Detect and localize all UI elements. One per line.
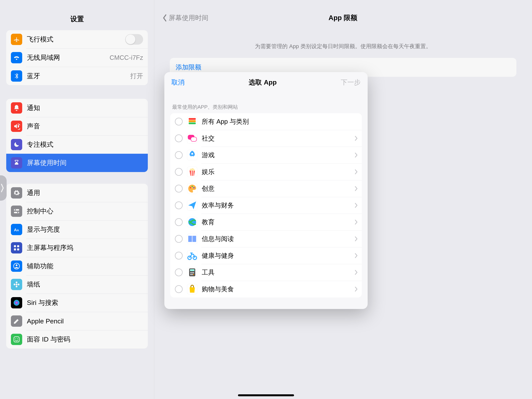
svg-point-42 — [192, 272, 193, 273]
next-button[interactable]: 下一步 — [341, 78, 361, 87]
chevron-right-icon — [355, 236, 358, 242]
category-item-popcorn[interactable]: 娱乐 — [170, 163, 362, 180]
svg-point-34 — [193, 187, 195, 188]
category-label: 效率与财务 — [202, 201, 350, 210]
category-list[interactable]: 所有 App 与类别社交游戏娱乐创意效率与财务教育信息与阅读健康与健身工具购物与… — [170, 113, 362, 297]
chevron-right-icon — [355, 270, 358, 275]
category-label: 信息与阅读 — [202, 235, 350, 243]
category-label: 教育 — [202, 218, 350, 227]
stack-icon — [187, 116, 197, 127]
chat-icon — [187, 133, 197, 144]
category-item-book[interactable]: 信息与阅读 — [170, 231, 362, 247]
category-label: 娱乐 — [202, 167, 350, 176]
category-item-bike[interactable]: 健康与健身 — [170, 247, 362, 264]
svg-rect-40 — [190, 269, 195, 271]
send-icon — [187, 200, 197, 211]
category-label: 所有 App 与类别 — [202, 117, 358, 126]
radio[interactable] — [175, 218, 183, 226]
bag-icon — [187, 284, 197, 294]
svg-point-32 — [190, 187, 191, 188]
category-label: 购物与美食 — [202, 285, 350, 294]
modal-title: 选取 App — [249, 78, 277, 87]
svg-point-44 — [190, 274, 191, 275]
bike-icon — [187, 250, 197, 261]
svg-rect-21 — [189, 122, 196, 124]
radio[interactable] — [175, 269, 183, 276]
chevron-right-icon — [355, 169, 358, 175]
radio[interactable] — [175, 235, 183, 243]
chevron-right-icon — [355, 152, 358, 158]
svg-rect-36 — [192, 236, 193, 242]
category-item-stack[interactable]: 所有 App 与类别 — [170, 113, 362, 130]
choose-apps-modal: 取消 选取 App 下一步 最常使用的APP、类别和网站 所有 App 与类别社… — [164, 72, 368, 309]
svg-point-46 — [193, 274, 194, 275]
modal-header: 取消 选取 App 下一步 — [164, 72, 368, 92]
category-item-palette[interactable]: 创意 — [170, 180, 362, 197]
svg-point-43 — [193, 272, 194, 273]
chevron-right-icon — [355, 253, 358, 258]
radio[interactable] — [175, 185, 183, 193]
svg-point-33 — [192, 186, 193, 187]
book-icon — [187, 234, 197, 244]
category-label: 工具 — [202, 268, 350, 277]
globe-icon — [187, 217, 197, 227]
palette-icon — [187, 183, 197, 194]
cancel-button[interactable]: 取消 — [171, 78, 185, 87]
calc-icon — [187, 267, 197, 278]
chevron-right-icon — [355, 286, 358, 292]
category-label: 健康与健身 — [202, 251, 350, 260]
category-label: 游戏 — [202, 151, 350, 160]
radio[interactable] — [175, 118, 183, 125]
svg-rect-27 — [191, 170, 192, 176]
category-item-calc[interactable]: 工具 — [170, 264, 362, 281]
svg-point-45 — [192, 274, 193, 275]
category-item-chat[interactable]: 社交 — [170, 130, 362, 147]
radio[interactable] — [175, 285, 183, 293]
chevron-right-icon — [355, 186, 358, 192]
svg-rect-25 — [191, 137, 196, 142]
svg-point-31 — [193, 169, 195, 171]
category-item-rocket[interactable]: 游戏 — [170, 147, 362, 163]
chevron-right-icon — [355, 219, 358, 225]
svg-rect-23 — [189, 118, 196, 120]
svg-point-41 — [190, 272, 191, 273]
svg-point-26 — [191, 153, 193, 155]
radio[interactable] — [175, 201, 183, 209]
svg-rect-28 — [193, 170, 194, 176]
chevron-right-icon — [355, 135, 358, 141]
radio[interactable] — [175, 252, 183, 259]
radio[interactable] — [175, 168, 183, 176]
home-indicator[interactable] — [238, 394, 294, 396]
chevron-right-icon — [355, 202, 358, 208]
svg-rect-22 — [189, 120, 196, 122]
rocket-icon — [187, 150, 197, 160]
category-label: 社交 — [202, 134, 350, 143]
category-label: 创意 — [202, 184, 350, 193]
popcorn-icon — [187, 167, 197, 177]
radio[interactable] — [175, 135, 183, 142]
category-item-send[interactable]: 效率与财务 — [170, 197, 362, 214]
radio[interactable] — [175, 151, 183, 159]
category-item-globe[interactable]: 教育 — [170, 214, 362, 231]
category-item-bag[interactable]: 购物与美食 — [170, 281, 362, 297]
modal-section-label: 最常使用的APP、类别和网站 — [164, 92, 368, 113]
settings-screen: 上午 9:29 12月22日 周三 78% 设置 飞行模式无线局域网CMCC-i… — [0, 0, 532, 399]
